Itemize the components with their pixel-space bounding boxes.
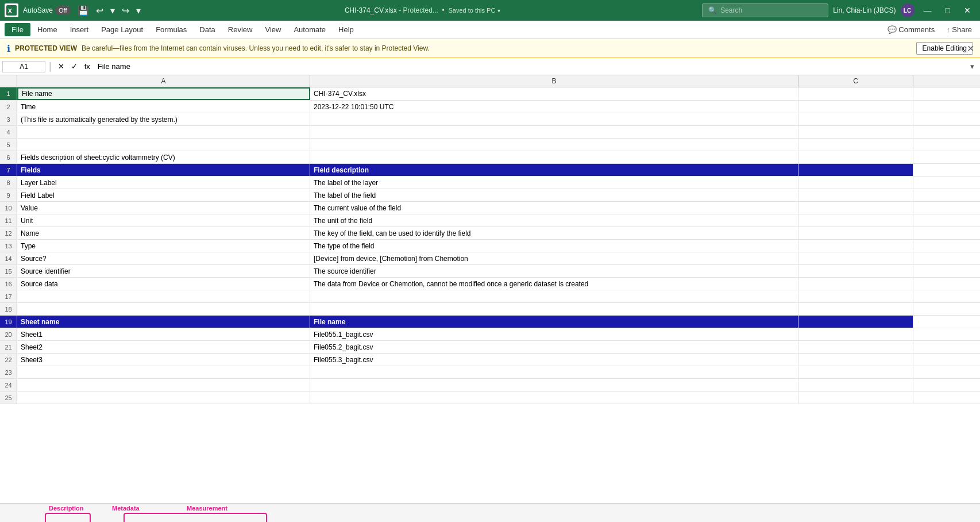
cell-b-12[interactable]: The key of the field, can be used to ide…: [310, 227, 798, 239]
save-button[interactable]: 💾: [75, 4, 91, 17]
table-row[interactable]: 15Source identifierThe source identifier: [0, 265, 980, 278]
menu-page-layout[interactable]: Page Layout: [95, 23, 149, 36]
table-row[interactable]: 22Sheet3File055.3_bagit.csv: [0, 354, 980, 366]
table-row[interactable]: 21Sheet2File055.2_bagit.csv: [0, 341, 980, 354]
cell-c-8[interactable]: [798, 176, 913, 189]
cell-a-17[interactable]: [17, 290, 310, 302]
cell-b-20[interactable]: File055.1_bagit.csv: [310, 328, 798, 340]
cell-c-5[interactable]: [798, 139, 913, 151]
cell-a-13[interactable]: Type: [17, 240, 310, 252]
table-row[interactable]: 7FieldsField description: [0, 164, 980, 176]
cell-b-2[interactable]: 2023-12-22 10:01:50 UTC: [310, 101, 798, 113]
cell-a-1[interactable]: File name: [17, 87, 310, 100]
formula-confirm-btn[interactable]: ✓: [68, 61, 80, 72]
saved-dropdown[interactable]: ▾: [497, 7, 500, 14]
cell-a-9[interactable]: Field Label: [17, 189, 310, 201]
table-row[interactable]: 16Source dataThe data from Device or Che…: [0, 278, 980, 290]
search-bar[interactable]: 🔍 Search: [702, 3, 828, 17]
cell-b-6[interactable]: [310, 151, 798, 163]
cell-a-8[interactable]: Layer Label: [17, 176, 310, 189]
menu-home[interactable]: Home: [32, 23, 63, 36]
cell-c-20[interactable]: [798, 328, 913, 340]
cell-c-22[interactable]: [798, 354, 913, 366]
cell-a-10[interactable]: Value: [17, 202, 310, 214]
table-row[interactable]: 2Time2023-12-22 10:01:50 UTC: [0, 101, 980, 113]
formula-fx-btn[interactable]: fx: [82, 61, 93, 72]
saved-label[interactable]: Saved to this PC: [448, 7, 495, 14]
col-header-c[interactable]: C: [798, 75, 913, 87]
menu-insert[interactable]: Insert: [64, 23, 95, 36]
cell-c-25[interactable]: [798, 392, 913, 404]
menu-formulas[interactable]: Formulas: [150, 23, 192, 36]
close-protected-bar[interactable]: ✕: [967, 43, 974, 54]
cell-a-6[interactable]: Fields description of sheet:cyclic volta…: [17, 151, 310, 163]
menu-data[interactable]: Data: [194, 23, 221, 36]
formula-expand-btn[interactable]: ▾: [967, 61, 978, 72]
redo-dropdown[interactable]: ▾: [134, 4, 143, 17]
cell-b-11[interactable]: The unit of the field: [310, 214, 798, 227]
cell-name-box[interactable]: [2, 61, 45, 72]
cell-c-4[interactable]: [798, 126, 913, 138]
table-row[interactable]: 3(This file is automatically generated b…: [0, 113, 980, 126]
col-header-b[interactable]: B: [310, 75, 798, 87]
cell-b-10[interactable]: The current value of the field: [310, 202, 798, 214]
cell-c-9[interactable]: [798, 189, 913, 201]
table-row[interactable]: 12NameThe key of the field, can be used …: [0, 227, 980, 240]
cell-c-16[interactable]: [798, 278, 913, 290]
cell-b-1[interactable]: CHI-374_CV.xlsx: [310, 87, 798, 100]
cell-c-12[interactable]: [798, 227, 913, 239]
cell-b-7[interactable]: Field description: [310, 164, 798, 176]
cell-b-3[interactable]: [310, 113, 798, 125]
cell-b-8[interactable]: The label of the layer: [310, 176, 798, 189]
maximize-button[interactable]: □: [941, 5, 955, 16]
cell-c-21[interactable]: [798, 341, 913, 353]
cell-c-13[interactable]: [798, 240, 913, 252]
cell-c-24[interactable]: [798, 379, 913, 391]
table-row[interactable]: 23: [0, 366, 980, 379]
undo-dropdown[interactable]: ▾: [108, 4, 117, 17]
cell-b-5[interactable]: [310, 139, 798, 151]
table-row[interactable]: 24: [0, 379, 980, 392]
cell-c-19[interactable]: [798, 316, 913, 328]
table-row[interactable]: 20Sheet1File055.1_bagit.csv: [0, 328, 980, 341]
table-row[interactable]: 17: [0, 290, 980, 303]
cell-b-18[interactable]: [310, 303, 798, 315]
cell-b-4[interactable]: [310, 126, 798, 138]
cell-c-14[interactable]: [798, 252, 913, 264]
comments-btn[interactable]: 💬 Comments: [884, 24, 938, 35]
cell-c-23[interactable]: [798, 366, 913, 378]
cell-c-1[interactable]: [798, 87, 913, 100]
cell-a-2[interactable]: Time: [17, 101, 310, 113]
cell-c-17[interactable]: [798, 290, 913, 302]
cell-b-16[interactable]: The data from Device or Chemotion, canno…: [310, 278, 798, 290]
table-row[interactable]: 6Fields description of sheet:cyclic volt…: [0, 151, 980, 164]
cell-b-22[interactable]: File055.3_bagit.csv: [310, 354, 798, 366]
user-avatar[interactable]: LC: [901, 3, 915, 17]
cell-a-5[interactable]: [17, 139, 310, 151]
cell-b-23[interactable]: [310, 366, 798, 378]
cell-a-3[interactable]: (This file is automatically generated by…: [17, 113, 310, 125]
table-row[interactable]: 13TypeThe type of the field: [0, 240, 980, 252]
table-row[interactable]: 5: [0, 139, 980, 151]
table-row[interactable]: 18: [0, 303, 980, 316]
cell-c-7[interactable]: [798, 164, 913, 176]
cell-b-17[interactable]: [310, 290, 798, 302]
table-row[interactable]: 25: [0, 392, 980, 404]
table-row[interactable]: 19Sheet nameFile name: [0, 316, 980, 328]
cell-b-15[interactable]: The source identifier: [310, 265, 798, 277]
formula-cancel-btn[interactable]: ✕: [55, 61, 67, 72]
cell-a-14[interactable]: Source?: [17, 252, 310, 264]
undo-button[interactable]: ↩: [94, 4, 106, 17]
table-row[interactable]: 4: [0, 126, 980, 139]
cell-a-21[interactable]: Sheet2: [17, 341, 310, 353]
cell-a-15[interactable]: Source identifier: [17, 265, 310, 277]
table-row[interactable]: 14Source?[Device] from device, [Chemotio…: [0, 252, 980, 265]
cell-a-25[interactable]: [17, 392, 310, 404]
menu-help[interactable]: Help: [333, 23, 360, 36]
table-row[interactable]: 11UnitThe unit of the field: [0, 214, 980, 227]
cell-c-2[interactable]: [798, 101, 913, 113]
redo-button[interactable]: ↪: [119, 4, 132, 17]
table-row[interactable]: 8Layer LabelThe label of the layer: [0, 176, 980, 189]
minimize-button[interactable]: —: [919, 5, 936, 16]
autosave-toggle[interactable]: Off: [55, 6, 70, 15]
